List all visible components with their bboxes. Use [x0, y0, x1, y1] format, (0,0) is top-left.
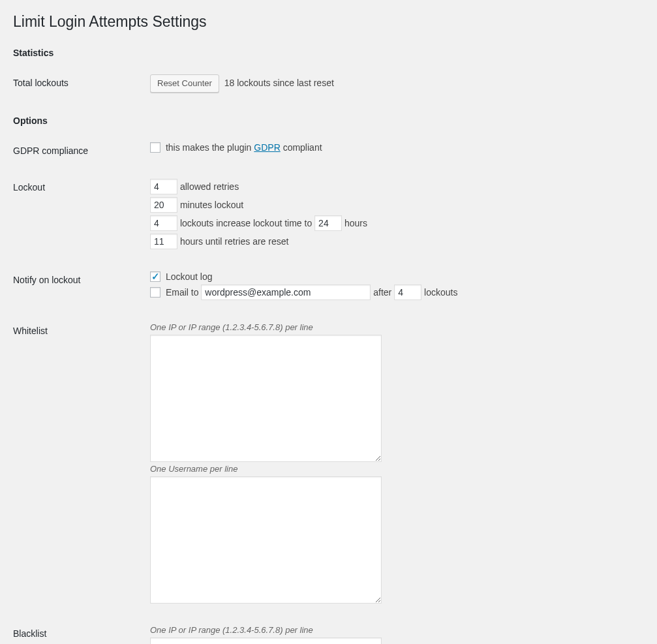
whitelist-ip-hint: One IP or IP range (1.2.3.4-5.6.7.8) per…: [150, 322, 382, 332]
email-checkbox[interactable]: [150, 287, 160, 298]
lockout-label: Lockout: [13, 169, 144, 262]
lockout-log-checkbox[interactable]: [150, 271, 160, 282]
whitelist-user-hint: One Username per line: [150, 464, 382, 474]
after-text: after: [373, 287, 391, 298]
options-table: GDPR compliance this makes the plugin GD…: [13, 132, 644, 644]
section-options: Options: [13, 115, 644, 126]
gdpr-link[interactable]: GDPR: [254, 142, 280, 153]
whitelist-label: Whitelist: [13, 313, 144, 615]
lockouts-increase-input[interactable]: [150, 215, 177, 231]
hours-reset-input[interactable]: [150, 234, 177, 249]
settings-wrap: Limit Login Attempts Settings Statistics…: [0, 0, 657, 644]
lockout-log-text: Lockout log: [166, 271, 213, 282]
statistics-table: Total lockouts Reset Counter 18 lockouts…: [13, 65, 644, 102]
lockouts-text: lockouts: [424, 287, 457, 298]
whitelist-ip-textarea[interactable]: [150, 335, 382, 462]
total-lockouts-label: Total lockouts: [13, 65, 144, 102]
blacklist-ip-hint: One IP or IP range (1.2.3.4-5.6.7.8) per…: [150, 625, 382, 635]
gdpr-text-after: compliant: [281, 142, 322, 153]
lockouts-increase-text-before: lockouts increase lockout time to: [180, 218, 312, 228]
lockouts-increase-text-after: hours: [344, 218, 367, 228]
hours-reset-text: hours until retries are reset: [180, 236, 289, 247]
lockouts-increase-hours-input[interactable]: [314, 215, 342, 231]
lockouts-count-text: 18 lockouts since last reset: [224, 78, 334, 88]
page-title: Limit Login Attempts Settings: [13, 7, 644, 35]
minutes-lockout-input[interactable]: [150, 197, 177, 213]
blacklist-ip-textarea[interactable]: [150, 637, 382, 644]
after-lockouts-input[interactable]: [394, 284, 421, 300]
minutes-lockout-text: minutes lockout: [180, 200, 243, 210]
gdpr-label: GDPR compliance: [13, 132, 144, 169]
gdpr-text-before: this makes the plugin: [166, 142, 254, 153]
gdpr-checkbox[interactable]: [150, 142, 160, 153]
allowed-retries-text: allowed retries: [180, 181, 239, 192]
allowed-retries-input[interactable]: [150, 179, 177, 194]
blacklist-label: Blacklist: [13, 615, 144, 644]
email-to-text: Email to: [166, 287, 199, 298]
whitelist-user-textarea[interactable]: [150, 476, 382, 604]
reset-counter-button[interactable]: Reset Counter: [150, 74, 219, 93]
notify-label: Notify on lockout: [13, 262, 144, 313]
email-input[interactable]: [201, 284, 371, 300]
section-statistics: Statistics: [13, 48, 644, 58]
